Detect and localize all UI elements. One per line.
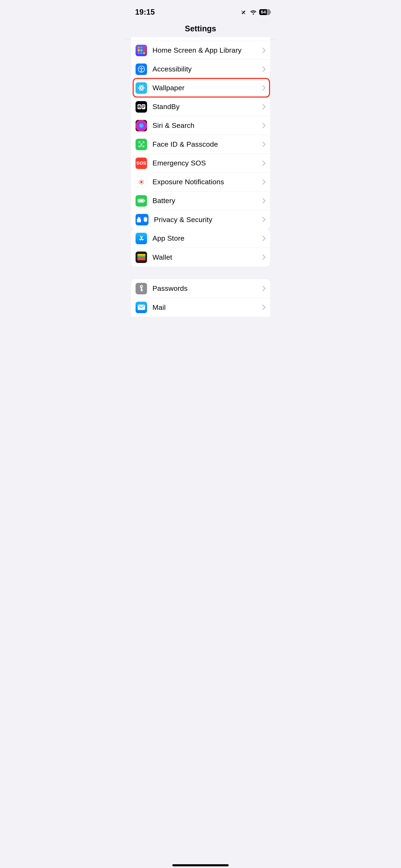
row-label: StandBy [152, 102, 262, 111]
settings-section-store: App Store Wallet [131, 229, 270, 267]
row-label: App Store [152, 234, 262, 242]
chevron-right-icon [262, 66, 266, 72]
row-label: Emergency SOS [152, 159, 262, 167]
settings-row-accessibility[interactable]: Accessibility [131, 60, 270, 79]
settings-row-appstore[interactable]: App Store [131, 229, 270, 248]
appstore-icon [135, 233, 147, 244]
svg-point-14 [141, 184, 142, 185]
svg-point-15 [139, 182, 140, 182]
settings-row-mail[interactable]: Mail [131, 298, 270, 317]
row-label: Home Screen & App Library [152, 46, 262, 54]
settings-section-accounts: Passwords Mail [131, 279, 270, 317]
nav-header: Settings [125, 17, 276, 39]
svg-rect-10 [142, 106, 145, 107]
home-indicator[interactable] [172, 864, 229, 866]
settings-section-general: Home Screen & App Library Accessibility [131, 37, 270, 229]
battery-indicator: 64 [259, 9, 270, 15]
row-label: Passwords [152, 284, 262, 292]
row-label: Mail [152, 303, 262, 311]
row-label: Battery [152, 196, 262, 205]
row-label: Face ID & Passcode [152, 140, 262, 148]
svg-rect-29 [141, 289, 143, 290]
faceid-icon [135, 139, 147, 150]
row-label: Wallpaper [152, 84, 262, 92]
chevron-right-icon [262, 85, 266, 91]
svg-rect-11 [142, 107, 144, 108]
chevron-right-icon [262, 286, 266, 291]
battery-icon [135, 195, 147, 207]
chevron-right-icon [262, 104, 266, 110]
accessibility-icon [135, 63, 147, 75]
row-label: Wallet [152, 253, 262, 261]
svg-point-18 [143, 180, 143, 181]
standby-icon [135, 101, 147, 113]
airplane-mode-icon [240, 9, 247, 15]
svg-point-1 [141, 67, 142, 68]
chevron-right-icon [262, 123, 266, 128]
svg-point-12 [140, 181, 143, 183]
settings-row-wallpaper[interactable]: Wallpaper [131, 79, 270, 97]
status-indicators: 64 [240, 9, 270, 15]
settings-row-privacy[interactable]: Privacy & Security [131, 210, 270, 229]
svg-rect-9 [142, 105, 145, 106]
wallpaper-icon [135, 82, 147, 94]
privacy-icon [135, 214, 149, 225]
status-bar: 19:15 64 [125, 0, 276, 17]
svg-point-19 [139, 183, 140, 184]
row-label: Siri & Search [152, 121, 262, 129]
settings-row-homescreen[interactable]: Home Screen & App Library [131, 41, 270, 60]
svg-point-26 [141, 286, 142, 287]
chevron-right-icon [262, 304, 266, 310]
settings-row-exposure[interactable]: Exposure Notifications [131, 173, 270, 191]
settings-row-standby[interactable]: StandBy [131, 97, 270, 116]
chevron-right-icon [262, 142, 266, 147]
exposure-icon [135, 176, 147, 188]
svg-point-13 [141, 180, 142, 180]
clipped-row-remnant [131, 37, 270, 41]
chevron-right-icon [262, 179, 266, 185]
settings-row-siri[interactable]: Siri & Search [131, 116, 270, 135]
status-time: 19:15 [135, 8, 155, 17]
passwords-icon [135, 283, 147, 294]
home-screen-icon [135, 45, 147, 56]
svg-rect-22 [138, 200, 144, 202]
settings-row-faceid[interactable]: Face ID & Passcode [131, 135, 270, 154]
svg-rect-28 [141, 290, 143, 291]
settings-row-battery[interactable]: Battery [131, 191, 270, 210]
siri-icon [135, 120, 147, 131]
chevron-right-icon [262, 236, 266, 241]
wallet-icon [135, 251, 147, 263]
chevron-right-icon [262, 48, 266, 53]
row-label: Exposure Notifications [152, 178, 262, 186]
row-label: Accessibility [152, 65, 262, 73]
svg-rect-23 [145, 200, 145, 202]
row-label: Privacy & Security [154, 216, 262, 224]
chevron-right-icon [262, 217, 266, 222]
sos-icon: SOS [135, 157, 147, 169]
wifi-icon [250, 10, 257, 14]
settings-row-sos[interactable]: SOS Emergency SOS [131, 154, 270, 173]
svg-point-17 [139, 180, 140, 181]
chevron-right-icon [262, 198, 266, 204]
battery-percent-text: 64 [261, 9, 266, 15]
settings-row-passwords[interactable]: Passwords [131, 279, 270, 298]
settings-row-wallet[interactable]: Wallet [131, 248, 270, 267]
svg-point-20 [143, 183, 143, 184]
mail-icon [135, 302, 147, 313]
svg-point-16 [143, 182, 144, 182]
chevron-right-icon [262, 160, 266, 166]
chevron-right-icon [262, 254, 266, 260]
page-title: Settings [125, 24, 276, 33]
